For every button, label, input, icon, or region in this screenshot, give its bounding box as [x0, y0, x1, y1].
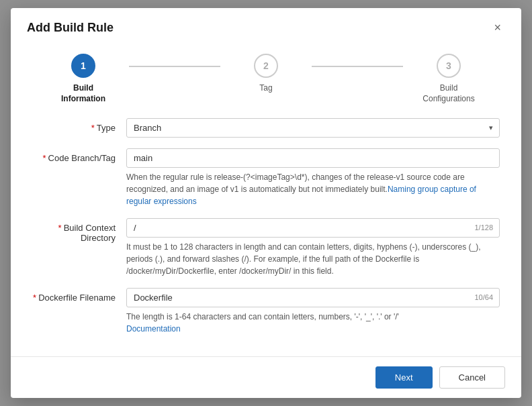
step-2: 2 Tag	[220, 54, 312, 94]
modal-body: *Type Branch Tag ▾ *Code Branch/Tag	[11, 118, 521, 356]
step-2-label: Tag	[259, 83, 272, 94]
code-branch-field: When the regular rule is release-(?<imag…	[126, 148, 500, 207]
step-1: 1 BuildInformation	[38, 54, 129, 104]
type-field: Branch Tag ▾	[126, 118, 500, 138]
build-context-label: *Build ContextDirectory	[32, 218, 126, 243]
step-1-circle: 1	[71, 54, 95, 78]
modal-title: Add Build Rule	[27, 21, 114, 35]
code-branch-required-mark: *	[42, 153, 46, 163]
type-row: *Type Branch Tag ▾	[32, 118, 500, 138]
step-1-label: BuildInformation	[61, 83, 105, 104]
close-button[interactable]: ×	[490, 20, 505, 35]
code-branch-label: *Code Branch/Tag	[32, 148, 126, 163]
connector-2-3	[312, 66, 403, 67]
build-context-required-mark: *	[58, 223, 62, 233]
step-2-circle: 2	[254, 54, 278, 78]
build-context-counter: 1/128	[474, 223, 493, 232]
connector-1-2	[129, 66, 220, 67]
modal-header: Add Build Rule ×	[11, 8, 521, 43]
type-select-wrapper: Branch Tag ▾	[126, 118, 500, 138]
type-required-mark: *	[91, 123, 95, 133]
dockerfile-required-mark: *	[33, 293, 36, 303]
add-build-rule-modal: Add Build Rule × 1 BuildInformation 2 Ta…	[11, 8, 521, 397]
build-context-input-wrapper: 1/128	[126, 218, 500, 238]
next-button[interactable]: Next	[375, 366, 433, 389]
cancel-button[interactable]: Cancel	[439, 366, 505, 389]
build-context-input[interactable]	[126, 218, 500, 238]
type-select[interactable]: Branch Tag	[126, 118, 500, 138]
code-branch-hint: When the regular rule is release-(?<imag…	[126, 171, 500, 207]
code-branch-row: *Code Branch/Tag When the regular rule i…	[32, 148, 500, 207]
step-3-label: BuildConfigurations	[423, 83, 474, 104]
step-3: 3 BuildConfigurations	[403, 54, 494, 104]
type-label: *Type	[32, 118, 126, 133]
dockerfile-label: *Dockerfile Filename	[32, 288, 126, 303]
dockerfile-input[interactable]	[126, 288, 500, 307]
step-3-circle: 3	[437, 54, 461, 78]
modal-overlay: Add Build Rule × 1 BuildInformation 2 Ta…	[0, 0, 532, 406]
dockerfile-input-wrapper: 10/64	[126, 288, 500, 307]
dockerfile-hint: The length is 1-64 characters and can co…	[126, 311, 500, 335]
build-context-field: 1/128 It must be 1 to 128 characters in …	[126, 218, 500, 277]
stepper: 1 BuildInformation 2 Tag 3 BuildConfigur…	[11, 43, 521, 117]
dockerfile-row: *Dockerfile Filename 10/64 The length is…	[32, 288, 500, 335]
build-context-row: *Build ContextDirectory 1/128 It must be…	[32, 218, 500, 277]
documentation-link[interactable]: Documentation	[126, 324, 181, 334]
build-context-hint: It must be 1 to 128 characters in length…	[126, 241, 500, 277]
dockerfile-field: 10/64 The length is 1-64 characters and …	[126, 288, 500, 335]
code-branch-input[interactable]	[126, 148, 500, 168]
dockerfile-counter: 10/64	[474, 293, 493, 301]
modal-footer: Next Cancel	[11, 356, 521, 398]
